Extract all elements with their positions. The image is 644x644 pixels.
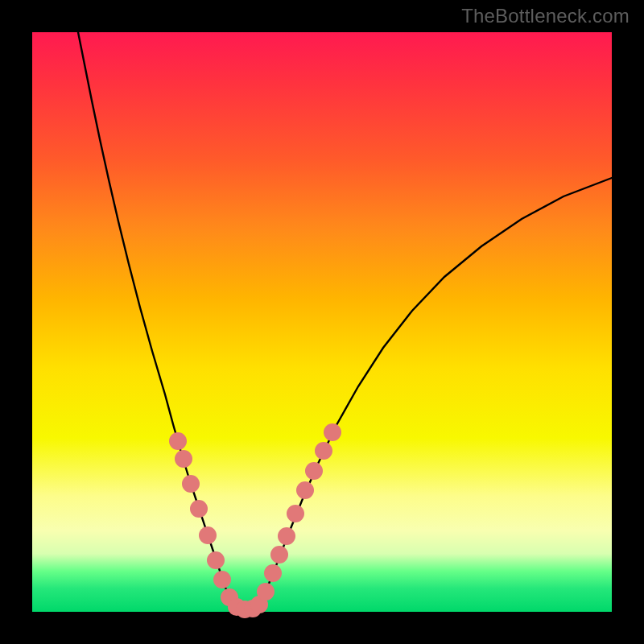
marker-dot — [190, 500, 208, 518]
watermark-text: TheBottleneck.com — [461, 5, 630, 27]
marker-dot — [199, 526, 217, 544]
marker-dot — [305, 462, 323, 480]
marker-dot — [169, 432, 187, 450]
marker-dot — [264, 564, 282, 582]
marker-dot — [182, 475, 200, 493]
marker-dot — [278, 527, 295, 545]
marker-dot — [257, 583, 275, 601]
chart-frame: TheBottleneck.com — [0, 0, 644, 644]
marker-dot — [207, 551, 225, 569]
curve-left — [78, 32, 233, 605]
marker-group — [169, 423, 341, 618]
marker-dot — [296, 481, 314, 499]
marker-dot — [175, 450, 192, 468]
marker-dot — [270, 546, 288, 564]
marker-dot — [315, 442, 332, 460]
marker-dot — [287, 505, 304, 522]
marker-dot — [213, 571, 231, 588]
curve-svg — [32, 32, 612, 612]
curve-right — [259, 178, 612, 605]
plot-area — [32, 32, 612, 612]
marker-dot — [324, 423, 341, 441]
